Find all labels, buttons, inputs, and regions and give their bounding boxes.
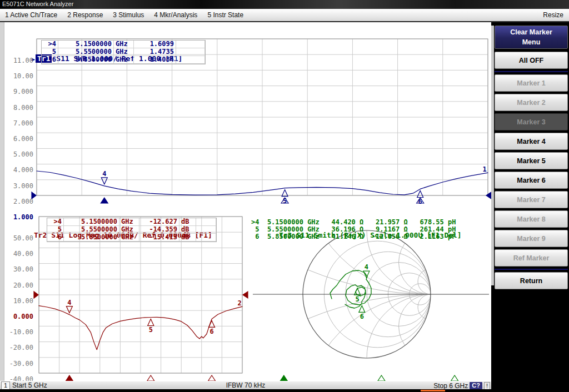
window-title-bar[interactable]: E5071C Network Analyzer — [0, 0, 569, 9]
y-tick-label: 30.00 — [4, 265, 33, 273]
svg-text:4: 4 — [102, 170, 106, 178]
svg-text:5: 5 — [149, 326, 153, 334]
svg-text:4: 4 — [365, 263, 368, 271]
y-tick-label: 9.000 — [4, 88, 33, 96]
instrument-screen: E5071C Network Analyzer 1 Active Ch/Trac… — [0, 0, 569, 392]
bottom-edge — [0, 389, 569, 392]
svg-text:6: 6 — [418, 198, 422, 205]
y-tick-label: 1.000 — [4, 213, 33, 221]
softkey-marker-8[interactable]: Marker 8 — [495, 210, 568, 228]
softkey-marker-2[interactable]: Marker 2 — [495, 94, 568, 111]
y-tick-label: 2.000 — [4, 198, 33, 205]
left-gutter — [0, 22, 4, 381]
y-tick-label: 3.000 — [4, 182, 33, 190]
softkey-sidebar: Clear Marker Menu All OFFMarker 1Marker … — [491, 22, 569, 392]
svg-text:2: 2 — [237, 299, 241, 307]
menu-item-1[interactable]: 1 Active Ch/Trace — [0, 9, 62, 21]
y-tick-label: 10.00 — [4, 297, 33, 305]
menu-item-3[interactable]: 3 Stimulus — [108, 9, 149, 21]
softkey-return[interactable]: Return — [495, 272, 568, 289]
menu-items: 1 Active Ch/Trace2 Response3 Stimulus4 M… — [0, 9, 248, 21]
svg-text:1: 1 — [482, 165, 486, 173]
softkey-menu-title-line2: Menu — [495, 37, 567, 47]
menu-item-4[interactable]: 4 Mkr/Analysis — [149, 9, 202, 21]
y-tick-label: 11.00 — [4, 57, 33, 64]
svg-text:4: 4 — [67, 299, 71, 306]
tr3-marker-row: 6 5.8500000 GHz 41.146 Ω -12.856 Ω 2.116… — [251, 233, 456, 240]
start-frequency: Start 5 GHz — [12, 381, 47, 390]
status-bar: 1 Start 5 GHz IFBW 70 kHz Stop 6 GHz C? … — [0, 381, 491, 389]
y-tick-label: 4.000 — [4, 166, 33, 174]
softkey-marker-3[interactable]: Marker 3 — [495, 113, 568, 130]
y-tick-label: 5.000 — [4, 150, 33, 158]
charts-canvas: 45645645612 — [0, 22, 491, 381]
softkey-marker-5[interactable]: Marker 5 — [495, 152, 568, 169]
menu-bar: 1 Active Ch/Trace2 Response3 Stimulus4 M… — [0, 9, 569, 22]
softkey-separator — [495, 268, 568, 270]
window-title: E5071C Network Analyzer — [2, 1, 73, 7]
softkey-menu-title-line1: Clear Marker — [495, 27, 567, 37]
warning-indicator[interactable]: ! — [484, 382, 490, 390]
y-tick-label: 8.000 — [4, 104, 33, 112]
smith-chart-grid — [111, 22, 491, 381]
menu-item-5[interactable]: 5 Instr State — [202, 9, 248, 21]
stop-frequency: Stop 6 GHz — [433, 382, 468, 390]
y-tick-label: 20.00 — [4, 282, 33, 289]
y-tick-label: 10.00 — [4, 72, 33, 80]
channel-indicator: 1 — [1, 381, 10, 390]
softkey-all-off[interactable]: All OFF — [495, 52, 568, 69]
y-tick-label: -20.00 — [4, 344, 33, 351]
y-tick-label: 50.00 — [4, 234, 33, 242]
softkey-marker-6[interactable]: Marker 6 — [495, 172, 568, 189]
y-tick-label: -10.00 — [4, 328, 33, 336]
softkey-marker-1[interactable]: Marker 1 — [495, 74, 568, 92]
trace-display-area: 45645645612 ▶Tr1 S11 SWR 1.000/ Ref 1.00… — [0, 22, 491, 381]
ifbw-readout: IFBW 70 kHz — [226, 381, 266, 390]
svg-text:5: 5 — [355, 295, 359, 303]
softkey-separator — [495, 71, 568, 72]
softkey-marker-7[interactable]: Marker 7 — [495, 191, 568, 208]
y-tick-label: -30.00 — [4, 360, 33, 368]
softkey-marker-4[interactable]: Marker 4 — [495, 133, 568, 150]
sidebar-scroll-strip[interactable] — [491, 26, 494, 285]
resize-menu-item[interactable]: Resize — [537, 9, 569, 21]
y-tick-label: 0.000 — [4, 313, 33, 320]
y-tick-label: 40.00 — [4, 250, 33, 258]
menu-item-2[interactable]: 2 Response — [62, 9, 108, 21]
softkey-buttons: All OFFMarker 1Marker 2Marker 3Marker 4M… — [495, 49, 568, 289]
softkey-menu-title: Clear Marker Menu — [495, 26, 568, 49]
svg-text:6: 6 — [360, 313, 364, 320]
sweep-indicator — [421, 390, 445, 391]
softkey-ref-marker[interactable]: Ref Marker — [495, 249, 568, 267]
softkey-marker-9[interactable]: Marker 9 — [495, 230, 568, 247]
correction-status-badge: C? — [470, 382, 482, 389]
svg-text:6: 6 — [209, 328, 213, 335]
y-tick-label: 6.000 — [4, 135, 33, 143]
y-tick-label: 7.000 — [4, 119, 33, 127]
